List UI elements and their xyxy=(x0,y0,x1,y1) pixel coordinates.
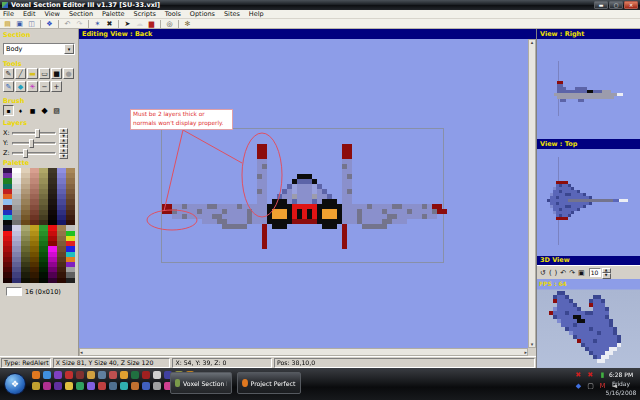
save-icon[interactable]: ▣ xyxy=(15,20,24,28)
menu-view[interactable]: View xyxy=(44,10,59,18)
quicklaunch-icon[interactable] xyxy=(98,371,106,379)
footprint-icon[interactable]: ❖ xyxy=(45,20,54,28)
quicklaunch-icon[interactable] xyxy=(153,371,161,379)
quicklaunch-icon[interactable] xyxy=(65,371,73,379)
vehicle-preview-icon[interactable]: ▆ xyxy=(147,20,156,28)
quicklaunch-icon[interactable] xyxy=(54,382,62,390)
vertical-scrollbar[interactable]: ▴ ▾ xyxy=(528,39,536,348)
quicklaunch-icon[interactable] xyxy=(87,382,95,390)
menu-help[interactable]: Help xyxy=(249,10,264,18)
undo-icon[interactable]: ↶ xyxy=(63,20,72,28)
horizontal-scrollbar[interactable]: ◂ ▸ xyxy=(79,348,528,356)
palette-cell[interactable] xyxy=(57,278,66,283)
tray-icon[interactable]: ◆ xyxy=(574,382,583,391)
quicklaunch-icon[interactable] xyxy=(65,382,73,390)
quicklaunch-icon[interactable] xyxy=(43,371,51,379)
editing-canvas[interactable]: Must be 2 layers thick or normals won't … xyxy=(79,39,528,348)
quicklaunch-icon[interactable] xyxy=(142,382,150,390)
filled-rectangle-tool-button[interactable]: ■ xyxy=(51,68,62,79)
dot-brush-button[interactable]: ▪ xyxy=(3,105,14,116)
quicklaunch-icon[interactable] xyxy=(32,382,40,390)
menu-palette[interactable]: Palette xyxy=(102,10,125,18)
rectangle-tool-button[interactable]: ▭ xyxy=(39,68,50,79)
settings-icon[interactable]: ✻ xyxy=(183,20,192,28)
quicklaunch-icon[interactable] xyxy=(76,382,84,390)
palette-cell[interactable] xyxy=(12,278,21,283)
delete-section-icon[interactable]: ✖ xyxy=(105,20,114,28)
scroll-left-icon[interactable]: ◂ xyxy=(80,350,83,355)
sphere-tool-button[interactable]: ● xyxy=(63,68,74,79)
rotate-left-icon[interactable]: ( xyxy=(549,269,552,277)
fill-tool-button[interactable]: ◆ xyxy=(15,81,26,92)
view-right-canvas[interactable] xyxy=(537,39,640,139)
scroll-right-icon[interactable]: ▸ xyxy=(524,350,527,355)
x-slider[interactable] xyxy=(12,132,56,135)
z-spinner[interactable]: ▲▼ xyxy=(59,148,68,158)
close-button[interactable]: ✕ xyxy=(624,1,638,9)
quicklaunch-icon[interactable] xyxy=(32,371,40,379)
menu-file[interactable]: File xyxy=(3,10,14,18)
chevron-down-icon[interactable]: ▾ xyxy=(64,44,74,54)
pencil-tool-button[interactable]: ✎ xyxy=(3,68,14,79)
large-diamond-brush-button[interactable]: ◆ xyxy=(39,105,50,116)
palette-cell[interactable] xyxy=(48,278,57,283)
taskbar-button-browser[interactable]: Project Perfect Mod... xyxy=(237,372,301,394)
z-slider-thumb[interactable] xyxy=(23,149,28,158)
view-top-canvas[interactable] xyxy=(537,149,640,256)
taskbar-button-voxel-editor[interactable]: Voxel Section Editor III xyxy=(170,372,232,394)
quicklaunch-icon[interactable] xyxy=(120,371,128,379)
small-diamond-brush-button[interactable]: ♦ xyxy=(15,105,26,116)
x-slider-thumb[interactable] xyxy=(35,129,40,138)
tray-icon[interactable]: ▢ xyxy=(586,382,595,391)
palette-cell[interactable] xyxy=(66,278,75,283)
palette-cell[interactable] xyxy=(30,278,39,283)
menu-options[interactable]: Options xyxy=(190,10,215,18)
menu-tools[interactable]: Tools xyxy=(165,10,181,18)
minimize-button[interactable]: ▬ xyxy=(594,1,608,9)
rotate-right-icon[interactable]: ) xyxy=(555,269,558,277)
y-slider-thumb[interactable] xyxy=(29,139,34,148)
quicklaunch-icon[interactable] xyxy=(76,371,84,379)
start-button[interactable]: ❖ xyxy=(4,373,26,395)
quicklaunch-icon[interactable] xyxy=(153,382,161,390)
x-spinner[interactable]: ▲▼ xyxy=(59,128,68,138)
quicklaunch-icon[interactable] xyxy=(98,382,106,390)
line-tool-button[interactable]: ╱ xyxy=(15,68,26,79)
save-as-icon[interactable]: ◫ xyxy=(27,20,36,28)
view-3d-canvas[interactable]: FPS : 64 xyxy=(537,279,640,368)
darken-tool-button[interactable]: − xyxy=(39,81,50,92)
palette-cell[interactable] xyxy=(3,278,12,283)
y-slider[interactable] xyxy=(12,142,56,145)
menu-scripts[interactable]: Scripts xyxy=(134,10,156,18)
quicklaunch-icon[interactable] xyxy=(131,371,139,379)
cursor-icon[interactable]: ➤ xyxy=(123,20,132,28)
quicklaunch-icon[interactable] xyxy=(87,371,95,379)
spray-pattern-brush-button[interactable]: ▨ xyxy=(51,105,62,116)
quicklaunch-icon[interactable] xyxy=(109,371,117,379)
screenshot-icon[interactable]: ▣ xyxy=(578,269,585,277)
palette-cell[interactable] xyxy=(21,278,30,283)
open-icon[interactable]: ▤ xyxy=(3,20,12,28)
maximize-button[interactable]: ▢ xyxy=(609,1,623,9)
swing-left-icon[interactable]: ↶ xyxy=(560,269,566,277)
tray-icon[interactable]: ✖ xyxy=(586,371,595,380)
section-dropdown[interactable]: Body ▾ xyxy=(3,43,75,55)
menu-edit[interactable]: Edit xyxy=(23,10,36,18)
palette-cell[interactable] xyxy=(39,278,48,283)
y-spinner[interactable]: ▲▼ xyxy=(59,138,68,148)
redo-icon[interactable]: ↷ xyxy=(75,20,84,28)
rotation-step-spinner[interactable]: 10 ▲▼ xyxy=(589,268,611,278)
cloud-icon[interactable]: ☁ xyxy=(135,20,144,28)
quicklaunch-icon[interactable] xyxy=(43,382,51,390)
rotate-cycle-icon[interactable]: ↺ xyxy=(540,269,546,277)
menu-section[interactable]: Section xyxy=(69,10,93,18)
quicklaunch-icon[interactable] xyxy=(54,371,62,379)
zoom-icon[interactable]: ◎ xyxy=(165,20,174,28)
quicklaunch-icon[interactable] xyxy=(120,382,128,390)
eraser-tool-button[interactable]: ▬ xyxy=(27,68,38,79)
quicklaunch-icon[interactable] xyxy=(131,382,139,390)
square-brush-button[interactable]: ■ xyxy=(27,105,38,116)
magic-wand-icon[interactable]: ✶ xyxy=(93,20,102,28)
quicklaunch-icon[interactable] xyxy=(142,371,150,379)
pen-tool-button[interactable]: ✎ xyxy=(3,81,14,92)
